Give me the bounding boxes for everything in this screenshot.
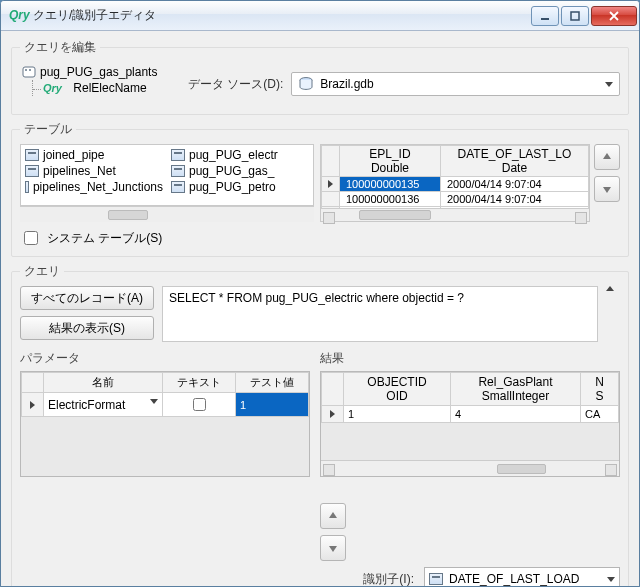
window-title: Qry クエリ/識別子エディタ xyxy=(9,7,529,24)
tables-hscroll[interactable] xyxy=(20,206,314,222)
datasource-label: データ ソース(D): xyxy=(188,76,283,93)
table-icon xyxy=(171,181,185,193)
geodatabase-icon xyxy=(298,77,314,91)
identifier-combo[interactable]: DATE_OF_LAST_LOAD xyxy=(424,567,620,586)
grid1-hscroll[interactable] xyxy=(321,208,589,221)
dialog-window: Qry クエリ/識別子エディタ クエリを編集 pug_PUG_gas_plant… xyxy=(0,0,640,587)
param-text-checkbox[interactable] xyxy=(193,398,206,411)
minimize-button[interactable] xyxy=(531,6,559,26)
scroll-up-icon[interactable] xyxy=(606,286,614,291)
params-title: パラメータ xyxy=(20,350,310,367)
client-area: クエリを編集 pug_PUG_gas_plants Qry RelElecNam… xyxy=(1,31,639,586)
sql-textarea[interactable]: SELECT * FROM pug_PUG_electric where obj… xyxy=(162,286,598,342)
list-item[interactable]: pug_PUG_gas_ xyxy=(169,163,311,179)
table-row[interactable]: 1000000001352000/04/14 9:07:04 xyxy=(322,177,589,192)
table-row[interactable]: ElectricFormat 1 xyxy=(22,393,309,417)
table-icon xyxy=(25,149,39,161)
show-results-button[interactable]: 結果の表示(S) xyxy=(20,316,154,340)
field-icon xyxy=(429,573,443,585)
results-hscroll[interactable] xyxy=(321,460,619,476)
query-group: クエリ すべてのレコード(A) 結果の表示(S) SELECT * FROM p… xyxy=(11,263,629,586)
svg-point-3 xyxy=(25,69,27,71)
query-tree[interactable]: pug_PUG_gas_plants Qry RelElecName xyxy=(20,62,180,106)
list-item[interactable]: pipelines_Net xyxy=(23,163,165,179)
svg-rect-0 xyxy=(541,18,549,20)
results-up-button[interactable] xyxy=(320,503,346,529)
tree-child[interactable]: Qry RelElecName xyxy=(32,80,180,96)
svg-point-4 xyxy=(29,69,31,71)
list-item[interactable]: pipelines_Net_Junctions xyxy=(23,179,165,195)
table-icon xyxy=(25,165,39,177)
tree-root[interactable]: pug_PUG_gas_plants xyxy=(22,64,180,80)
all-records-button[interactable]: すべてのレコード(A) xyxy=(20,286,154,310)
list-item[interactable]: pug_PUG_electr xyxy=(169,147,311,163)
svg-rect-2 xyxy=(23,67,35,77)
chevron-down-icon xyxy=(607,577,615,582)
identifier-label: 識別子(I): xyxy=(363,571,414,587)
tables-list[interactable]: joined_pipepipelines_Netpipelines_Net_Ju… xyxy=(20,144,314,206)
results-grid[interactable]: OBJECTIDOID Rel_GasPlantSmallInteger NS … xyxy=(320,371,620,477)
datasource-combo[interactable]: Brazil.gdb xyxy=(291,72,620,96)
table-icon xyxy=(171,165,185,177)
move-down-button[interactable] xyxy=(594,176,620,202)
move-up-button[interactable] xyxy=(594,144,620,170)
titlebar[interactable]: Qry クエリ/識別子エディタ xyxy=(1,1,639,31)
query-legend: クエリ xyxy=(20,263,64,280)
system-tables-checkbox[interactable]: システム テーブル(S) xyxy=(20,228,620,248)
params-grid[interactable]: 名前テキストテスト値 ElectricFormat 1 xyxy=(20,371,310,477)
chevron-down-icon[interactable] xyxy=(150,399,158,404)
maximize-button[interactable] xyxy=(561,6,589,26)
tables-group: テーブル joined_pipepipelines_Netpipelines_N… xyxy=(11,121,629,257)
results-title: 結果 xyxy=(320,350,620,367)
edit-query-group: クエリを編集 pug_PUG_gas_plants Qry RelElecNam… xyxy=(11,39,629,115)
table-row[interactable]: 1000000001362000/04/14 9:07:04 xyxy=(322,192,589,207)
results-down-button[interactable] xyxy=(320,535,346,561)
edit-query-legend: クエリを編集 xyxy=(20,39,100,56)
table-icon xyxy=(171,149,185,161)
list-item[interactable]: pug_PUG_petro xyxy=(169,179,311,195)
svg-rect-1 xyxy=(571,12,579,20)
list-item[interactable]: joined_pipe xyxy=(23,147,165,163)
table-row[interactable]: 14CA xyxy=(322,406,619,423)
chevron-down-icon xyxy=(605,82,613,87)
table-icon xyxy=(25,181,29,193)
close-button[interactable] xyxy=(591,6,637,26)
fields-grid[interactable]: EPL_IDDouble DATE_OF_LAST_LODate 1000000… xyxy=(320,144,590,222)
tables-legend: テーブル xyxy=(20,121,76,138)
